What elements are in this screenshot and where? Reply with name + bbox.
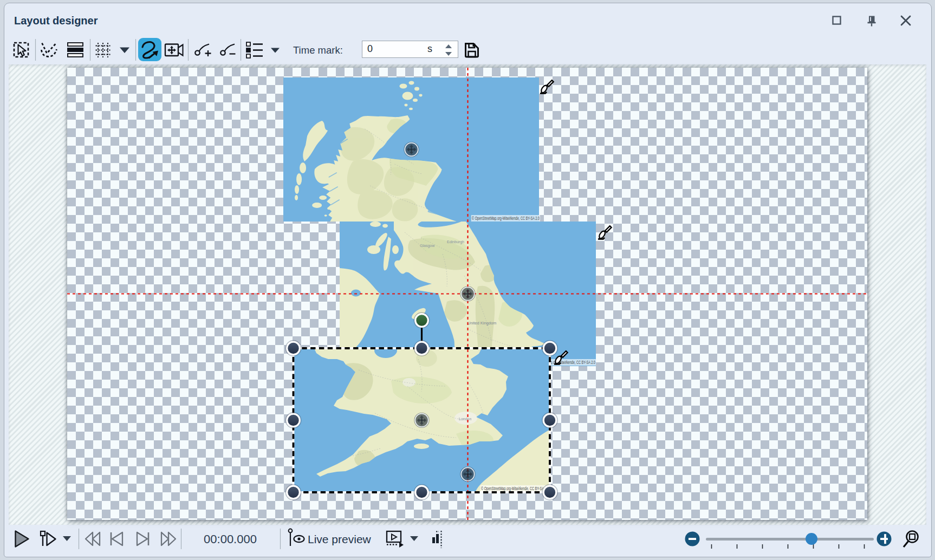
svg-text:00:00.000: 00:00.000: [204, 532, 257, 546]
svg-text:Time mark:: Time mark:: [293, 44, 343, 56]
svg-text:Live preview: Live preview: [308, 533, 372, 545]
